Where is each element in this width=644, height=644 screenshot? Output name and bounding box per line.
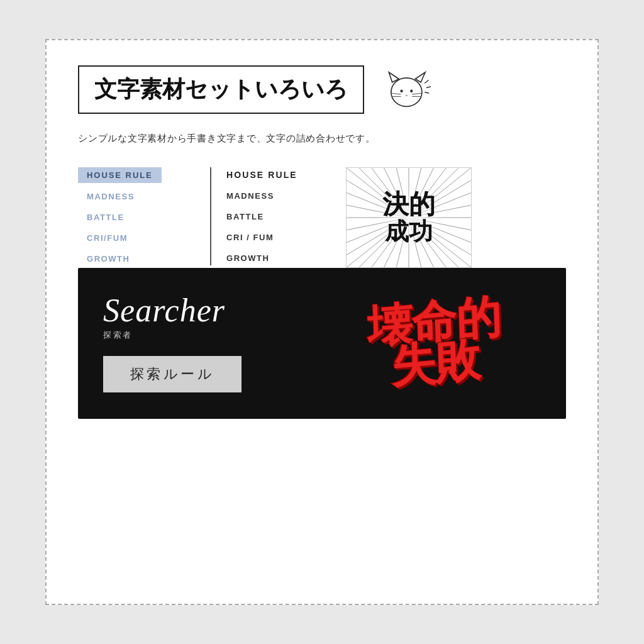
svg-point-4 [410, 89, 413, 92]
left-labels-column: HOUSE RULE MADNESS BATTLE CRI/FUM GROWTH [78, 167, 191, 266]
title-row: 文字素材セットいろいろ [78, 65, 566, 114]
searcher-subtitle: 探索者 [103, 330, 316, 341]
label-crifum: CRI/FUM [78, 231, 191, 245]
label-growth: GROWTH [78, 252, 191, 266]
page-title: 文字素材セットいろいろ [94, 76, 348, 102]
cat-icon [383, 68, 433, 112]
right-label-madness: MADNESS [226, 189, 323, 203]
manga-kanji-text: 決的 成功 [382, 190, 435, 245]
svg-point-5 [406, 94, 408, 96]
labels-section: HOUSE RULE MADNESS BATTLE CRI/FUM GROWTH… [78, 167, 566, 268]
svg-point-3 [400, 89, 402, 92]
right-black-content: 壊命的失敗 [328, 303, 541, 384]
searcher-block: Searcher 探索者 [103, 294, 316, 341]
title-box: 文字素材セットいろいろ [78, 65, 364, 114]
searcher-title: Searcher [103, 292, 225, 328]
main-card: 文字素材セットいろいろ シンプルな文字素材から手書き文字まで、文字の詰め合わ [45, 39, 599, 605]
manga-illustration: 決的 成功 [346, 167, 472, 268]
label-madness: MADNESS [78, 189, 191, 204]
right-label-crifum: CRI / FUM [226, 230, 323, 245]
rule-box: 探索ルール [103, 356, 242, 392]
label-house-rule-filled: HOUSE RULE [78, 167, 162, 183]
right-labels-column: HOUSE RULE MADNESS BATTLE CRI / FUM GROW… [210, 167, 323, 265]
label-battle: BATTLE [78, 210, 191, 225]
failure-block: 壊命的失敗 [368, 303, 501, 384]
svg-line-11 [426, 86, 431, 87]
svg-point-0 [391, 77, 422, 106]
subtitle-text: シンプルな文字素材から手書き文字まで、文字の詰め合わせです。 [78, 133, 566, 145]
svg-marker-2 [415, 72, 425, 82]
svg-line-10 [425, 80, 428, 83]
svg-line-12 [425, 92, 429, 93]
left-black-content: Searcher 探索者 探索ルール [103, 294, 316, 392]
right-label-growth: GROWTH [226, 251, 323, 265]
right-label-battle: BATTLE [226, 209, 323, 224]
black-section: Searcher 探索者 探索ルール 壊命的失敗 [78, 268, 566, 419]
failure-text: 壊命的失敗 [367, 297, 502, 390]
right-label-house-rule: HOUSE RULE [226, 167, 323, 182]
